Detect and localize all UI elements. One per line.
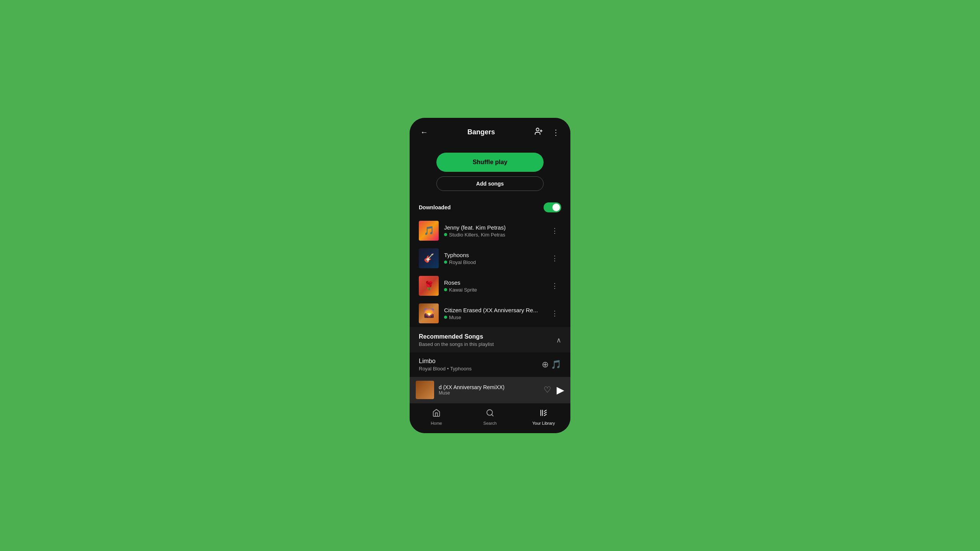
song-title: Typhoons [444, 252, 543, 258]
recommended-subtitle: Based on the songs in this playlist [419, 341, 556, 347]
now-playing-bar[interactable]: d (XX Anniversary RemiXX) Muse ♡ ▶ [410, 377, 570, 403]
recommended-title: Recommended Songs [419, 333, 556, 340]
back-button[interactable]: ← [419, 126, 430, 138]
add-songs-button[interactable]: Add songs [436, 176, 544, 191]
downloaded-dot [444, 288, 447, 291]
like-button[interactable]: ♡ [544, 385, 551, 395]
bottom-nav: Home Search Your Library [410, 403, 570, 433]
now-playing-controls: ♡ ▶ [544, 384, 564, 396]
downloaded-label: Downloaded [419, 204, 451, 210]
header: ← Bangers ⋮ [410, 118, 570, 145]
song-artist-row: Studio Killers, Kim Petras [444, 232, 543, 238]
chevron-up-icon[interactable]: ∧ [556, 336, 561, 344]
svg-line-4 [492, 414, 493, 416]
song-artwork: 🎵 [419, 221, 439, 241]
now-playing-title: d (XX Anniversary RemiXX) [439, 384, 539, 390]
song-title: Jenny (feat. Kim Petras) [444, 224, 543, 231]
page-title: Bangers [467, 128, 495, 136]
add-user-button[interactable] [533, 126, 544, 139]
downloaded-dot [444, 261, 447, 264]
nav-item-home[interactable]: Home [410, 407, 463, 427]
list-item[interactable]: Limbo Royal Blood • Typhoons ⊕ 🎵 [410, 352, 570, 377]
song-artist-row: Royal Blood [444, 259, 543, 265]
song-artwork: 🎸 [419, 248, 439, 268]
home-icon [432, 409, 441, 419]
more-options-button[interactable]: ⋮ [550, 126, 561, 139]
library-icon [539, 409, 548, 419]
nav-item-library[interactable]: Your Library [517, 407, 570, 427]
svg-point-0 [536, 128, 539, 131]
now-playing-info: d (XX Anniversary RemiXX) Muse [439, 384, 539, 396]
song-title: Roses [444, 279, 543, 286]
song-info: Typhoons Royal Blood [444, 252, 543, 265]
song-artist: Muse [449, 315, 461, 320]
limbo-actions: ⊕ 🎵 [542, 360, 561, 370]
recommended-songs-header: Recommended Songs Based on the songs in … [410, 327, 570, 352]
limbo-title: Limbo [419, 358, 536, 365]
svg-line-7 [544, 410, 547, 412]
downloaded-row: Downloaded [410, 199, 570, 217]
song-artwork: 🌹 [419, 276, 439, 296]
list-item[interactable]: 🎸 Typhoons Royal Blood ⋮ [410, 245, 570, 272]
library-nav-label: Your Library [532, 421, 555, 425]
now-playing-artist: Muse [439, 390, 539, 396]
home-nav-label: Home [431, 421, 442, 425]
search-icon [486, 409, 494, 419]
queue-icon[interactable]: 🎵 [551, 360, 561, 370]
downloaded-dot [444, 233, 447, 236]
add-songs-section: Add songs [410, 176, 570, 199]
header-icons: ⋮ [533, 126, 561, 139]
search-nav-label: Search [483, 421, 497, 425]
svg-line-8 [544, 412, 547, 414]
list-item[interactable]: 🌄 Citizen Erased (XX Anniversary Re... M… [410, 300, 570, 327]
play-pause-button[interactable]: ▶ [557, 384, 564, 396]
downloaded-dot [444, 316, 447, 319]
shuffle-section: Shuffle play [410, 145, 570, 176]
song-title: Citizen Erased (XX Anniversary Re... [444, 307, 543, 313]
song-list: 🎵 Jenny (feat. Kim Petras) Studio Killer… [410, 217, 570, 377]
list-item[interactable]: 🌹 Roses Kawai Sprite ⋮ [410, 272, 570, 300]
recommended-text: Recommended Songs Based on the songs in … [419, 333, 556, 347]
song-artist-row: Kawai Sprite [444, 287, 543, 293]
song-artist: Royal Blood [449, 259, 476, 265]
song-more-button[interactable]: ⋮ [548, 253, 561, 264]
song-more-button[interactable]: ⋮ [548, 280, 561, 292]
now-playing-artwork [416, 381, 434, 399]
song-artwork: 🌄 [419, 303, 439, 323]
song-more-button[interactable]: ⋮ [548, 225, 561, 236]
song-info: Jenny (feat. Kim Petras) Studio Killers,… [444, 224, 543, 238]
song-info: Citizen Erased (XX Anniversary Re... Mus… [444, 307, 543, 320]
add-to-playlist-icon[interactable]: ⊕ [542, 360, 549, 370]
list-item[interactable]: 🎵 Jenny (feat. Kim Petras) Studio Killer… [410, 217, 570, 245]
nav-item-search[interactable]: Search [463, 407, 517, 427]
song-artist: Studio Killers, Kim Petras [449, 232, 505, 238]
song-artist-row: Muse [444, 315, 543, 320]
song-more-button[interactable]: ⋮ [548, 308, 561, 319]
song-info: Roses Kawai Sprite [444, 279, 543, 293]
svg-line-9 [544, 414, 547, 416]
downloaded-toggle[interactable] [544, 202, 561, 212]
limbo-artist: Royal Blood • Typhoons [419, 366, 536, 372]
phone-container: ← Bangers ⋮ Shuffle play Add songs Downl… [410, 118, 570, 433]
shuffle-play-button[interactable]: Shuffle play [436, 153, 544, 172]
song-artist: Kawai Sprite [449, 287, 477, 293]
limbo-info: Limbo Royal Blood • Typhoons [419, 358, 536, 372]
